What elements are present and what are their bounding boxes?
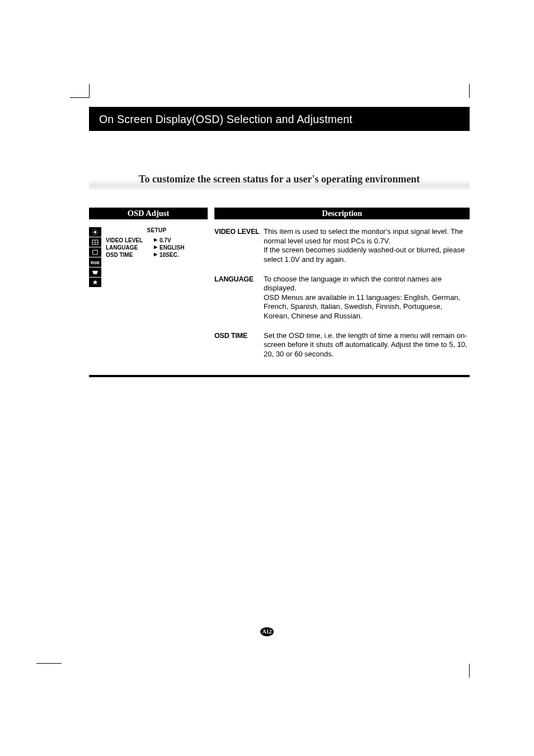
page-title: On Screen Display(OSD) Selection and Adj… <box>89 107 470 131</box>
page-content: On Screen Display(OSD) Selection and Adj… <box>89 107 470 377</box>
section-subtitle: To customize the screen status for a use… <box>89 169 470 191</box>
osd-panel-text: SETUP VIDEO LEVEL ▶ 0.7V LANGUAGE ▶ ENGL… <box>102 227 208 259</box>
description-term: LANGUAGE <box>214 275 264 321</box>
description-item-video-level: VIDEO LEVEL This item is used to select … <box>214 227 470 265</box>
osd-row-value: 0.7V <box>160 237 171 243</box>
svg-text:RGB: RGB <box>91 261 100 265</box>
osd-panel-title: SETUP <box>106 227 208 237</box>
description-item-osd-time: OSD TIME Set the OSD time, i.e. the leng… <box>214 331 470 359</box>
description-body: To choose the language in which the cont… <box>264 275 470 321</box>
description-term: OSD TIME <box>214 331 264 359</box>
geometry-icon <box>89 247 101 257</box>
description-item-language: LANGUAGE To choose the language in which… <box>214 275 470 321</box>
description-column: VIDEO LEVEL This item is used to select … <box>208 227 470 369</box>
special-icon <box>89 278 101 287</box>
horizontal-rule <box>89 375 470 377</box>
crop-mark <box>70 97 90 98</box>
osd-row-label: LANGUAGE <box>106 245 154 251</box>
description-term: VIDEO LEVEL <box>214 227 264 265</box>
description-body: Set the OSD time, i.e. the length of tim… <box>264 331 470 359</box>
crop-mark <box>469 84 470 98</box>
crop-mark <box>469 664 470 678</box>
color-icon: RGB <box>89 257 101 267</box>
osd-row-label: OSD TIME <box>106 252 154 258</box>
crop-mark <box>89 84 90 98</box>
svg-line-5 <box>93 230 93 231</box>
page-number-wrap: A12 <box>0 626 534 636</box>
svg-line-8 <box>97 230 97 231</box>
column-gap <box>208 208 214 219</box>
osd-table: OSD Adjust Description RGB <box>89 208 470 377</box>
osd-row-label: VIDEO LEVEL <box>106 237 154 243</box>
osd-row-osd-time: OSD TIME ▶ 10SEC. <box>106 251 208 259</box>
svg-line-7 <box>93 233 93 234</box>
page-number: A12 <box>260 627 274 636</box>
svg-point-0 <box>94 231 96 233</box>
position-icon <box>89 237 101 247</box>
brightness-icon <box>89 227 101 237</box>
osd-row-language: LANGUAGE ▶ ENGLISH <box>106 244 208 251</box>
col-header-description: Description <box>214 208 470 219</box>
description-body: This item is used to select the monitor'… <box>264 227 470 265</box>
setup-icon <box>89 267 101 277</box>
osd-row-video-level: VIDEO LEVEL ▶ 0.7V <box>106 237 208 244</box>
svg-line-6 <box>97 233 97 234</box>
triangle-icon: ▶ <box>154 245 160 251</box>
osd-icon-strip: RGB <box>89 227 102 288</box>
table-header-row: OSD Adjust Description <box>89 208 470 219</box>
osd-row-value: 10SEC. <box>160 252 179 258</box>
col-header-osd-adjust: OSD Adjust <box>89 208 208 219</box>
crop-mark <box>36 663 62 664</box>
osd-row-value: ENGLISH <box>160 245 184 251</box>
triangle-icon: ▶ <box>154 252 160 258</box>
table-content-row: RGB SETUP VIDEO LEVEL ▶ 0.7V <box>89 227 470 369</box>
triangle-icon: ▶ <box>154 237 160 243</box>
osd-panel: RGB SETUP VIDEO LEVEL ▶ 0.7V <box>89 227 208 369</box>
